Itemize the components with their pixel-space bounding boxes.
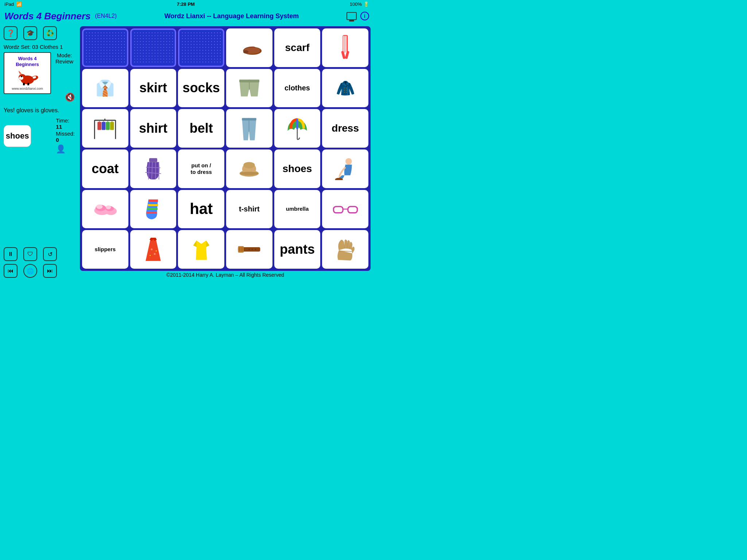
svg-rect-57: [146, 212, 157, 214]
mode-box: Mode: Review: [55, 52, 73, 65]
dress-svg: [144, 236, 162, 262]
card-glasses-img[interactable]: [322, 190, 368, 229]
card-back-3[interactable]: [178, 28, 224, 67]
card-shoe[interactable]: [226, 28, 272, 67]
svg-rect-55: [148, 204, 158, 206]
card-hat-img[interactable]: [226, 149, 272, 188]
fox-illustration: [16, 67, 38, 85]
tshirt-svg: [190, 239, 213, 260]
card-pants-text[interactable]: pants: [274, 230, 321, 269]
skip-back-button[interactable]: ⏮: [4, 264, 18, 278]
card-back-1[interactable]: [82, 28, 128, 67]
card-shoes-label: shoes: [283, 163, 312, 175]
svg-rect-59: [348, 207, 357, 213]
card-skirt-img[interactable]: [130, 149, 177, 188]
ctrl-row-1: ⏸ 🛡 ↺: [4, 247, 75, 261]
card-person-shoes-img[interactable]: [322, 149, 368, 188]
card-umbrella-text[interactable]: umbrella: [274, 190, 321, 229]
card-puton-text[interactable]: put on /to dress: [178, 149, 224, 188]
footer-text: ©2011-2014 Harry A. Layman – All Rights …: [166, 272, 284, 278]
card-belt-img[interactable]: [226, 230, 272, 269]
refresh-button[interactable]: ↺: [43, 247, 57, 261]
audio-mute-button[interactable]: 🔇: [65, 93, 75, 102]
svg-point-72: [249, 249, 250, 250]
battery-icon: 🔋: [363, 1, 369, 7]
svg-rect-15: [345, 36, 347, 53]
shield-button[interactable]: 🛡: [23, 247, 37, 261]
card-tshirt-img[interactable]: [178, 230, 224, 269]
skip-fwd-button[interactable]: ⏭: [43, 264, 57, 278]
card-slippers-img[interactable]: [82, 190, 128, 229]
mode-value: Review: [55, 58, 73, 65]
card-jacket-img[interactable]: 🧥: [322, 69, 368, 108]
card-hat-label: hat: [190, 200, 213, 218]
right-panel: scarf 👔 skirt: [78, 24, 374, 280]
current-word-text: shoes: [6, 131, 29, 141]
recycle-button[interactable]: ♻️: [43, 26, 57, 40]
jacket-emoji: 🧥: [336, 79, 355, 97]
card-shirt-label: shirt: [139, 121, 167, 136]
globe-button[interactable]: 🌐: [23, 264, 37, 278]
mode-label: Mode:: [57, 52, 72, 58]
header-icons: i: [347, 12, 369, 20]
card-shirt-text[interactable]: shirt: [130, 109, 177, 148]
card-umbrella-img[interactable]: [274, 109, 321, 148]
svg-rect-14: [343, 36, 345, 53]
card-shirt-img[interactable]: 👔: [82, 69, 128, 108]
shorts-svg: [237, 78, 261, 98]
card-rack-img[interactable]: [82, 109, 128, 148]
svg-point-12: [243, 50, 248, 54]
logo-box: Words 4Beginners: [4, 52, 51, 94]
footer: ©2011-2014 Harry A. Layman – All Rights …: [80, 271, 371, 279]
svg-rect-56: [147, 208, 158, 210]
card-tshirt-text[interactable]: t-shirt: [226, 190, 272, 229]
card-scarf-img[interactable]: [322, 28, 368, 67]
card-shorts-img[interactable]: [226, 69, 272, 108]
svg-rect-19: [239, 80, 259, 82]
card-pants-img[interactable]: [226, 109, 272, 148]
current-word-card[interactable]: shoes: [4, 125, 31, 147]
logo-mode-row: Words 4Beginners: [4, 52, 75, 94]
card-glove-img[interactable]: [322, 230, 368, 269]
ipad-label: iPad: [4, 1, 14, 7]
card-dress-img[interactable]: [130, 230, 177, 269]
learn-button[interactable]: 🎓: [23, 26, 37, 40]
svg-point-74: [255, 249, 256, 250]
main-layout: ❓ 🎓 ♻️ Wordz Set: 03 Clothes 1 Words 4Be…: [0, 24, 374, 280]
person-shoes-svg: [334, 158, 357, 180]
card-skirt-text[interactable]: skirt: [130, 69, 177, 108]
card-grid-wrapper: scarf 👔 skirt: [80, 26, 371, 271]
card-scarf-text[interactable]: scarf: [274, 28, 321, 67]
battery-label: 100%: [350, 1, 362, 7]
card-belt-text[interactable]: belt: [178, 109, 224, 148]
help-button[interactable]: ❓: [4, 26, 18, 40]
status-left: iPad 📶: [4, 1, 22, 7]
card-back-2[interactable]: [130, 28, 177, 67]
card-hat-text[interactable]: hat: [178, 190, 224, 229]
profile-icon: 👤: [56, 144, 75, 154]
socks-svg: [144, 198, 163, 220]
card-socks-text[interactable]: socks: [178, 69, 224, 108]
svg-point-73: [252, 249, 253, 250]
svg-rect-25: [98, 122, 102, 130]
pause-icon: ⏸: [8, 251, 13, 257]
card-coat-text[interactable]: coat: [82, 149, 128, 188]
card-shoes-text[interactable]: shoes: [274, 149, 321, 188]
card-clothes-text[interactable]: clothes: [274, 69, 321, 108]
tv-icon[interactable]: [347, 12, 357, 20]
pause-button[interactable]: ⏸: [4, 247, 18, 261]
card-slippers-text[interactable]: slippers: [82, 230, 128, 269]
app-title: Words 4 Beginners: [4, 11, 90, 22]
svg-point-45: [240, 172, 259, 175]
wifi-icon: 📶: [16, 1, 22, 7]
card-dress-text[interactable]: dress: [322, 109, 368, 148]
card-socks-img[interactable]: [130, 190, 177, 229]
logo-title: Words 4Beginners: [16, 56, 39, 67]
app-subtitle: (EN4L2): [95, 13, 117, 19]
card-belt-label: belt: [190, 121, 213, 136]
glasses-svg: [332, 203, 359, 214]
globe-icon: 🌐: [27, 268, 34, 275]
svg-rect-29: [106, 122, 110, 130]
umbrella-svg: [286, 116, 309, 141]
info-icon[interactable]: i: [360, 12, 369, 20]
